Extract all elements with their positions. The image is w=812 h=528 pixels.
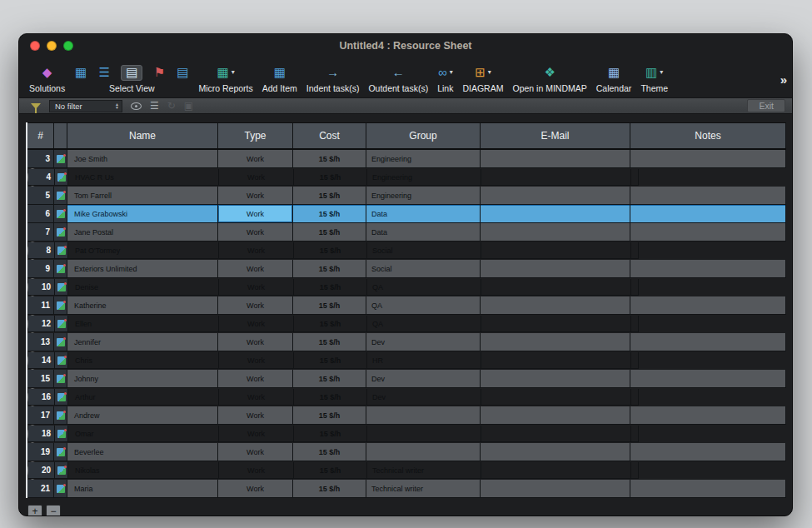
cell-notes[interactable] (630, 187, 786, 205)
cell-email[interactable] (481, 406, 630, 425)
row-icon-cell[interactable] (55, 242, 68, 259)
cell-group[interactable] (366, 443, 481, 461)
cell-cost[interactable]: 15 $/h (293, 205, 366, 223)
cell-type[interactable]: Work (219, 242, 294, 259)
cell-notes[interactable] (630, 443, 786, 461)
row-icon-cell[interactable] (54, 443, 67, 461)
copy-icon[interactable]: ▣ (184, 101, 193, 111)
row-number[interactable]: 4 (28, 169, 55, 186)
cell-cost[interactable]: 15 $/h (293, 333, 366, 351)
row-number[interactable]: 13 (27, 333, 54, 351)
cell-name[interactable]: Denise (68, 279, 219, 296)
table-row[interactable]: 4HVAC R UsWork15 $/hEngineering (27, 168, 37, 187)
cell-name[interactable]: Jennifer (67, 333, 218, 351)
cell-type[interactable]: Work (219, 279, 294, 296)
toolbar-overflow-button[interactable]: » (780, 72, 785, 87)
table-row[interactable]: 6Mike GrabowskiWork15 $/hData (27, 205, 786, 223)
close-button[interactable] (30, 41, 40, 51)
cell-type[interactable]: Work (218, 150, 293, 168)
cell-notes[interactable] (631, 316, 639, 332)
cell-group[interactable]: Social (366, 260, 481, 278)
cell-cost[interactable]: 15 $/h (294, 242, 367, 259)
outline-view-icon[interactable]: ☰ (97, 65, 111, 81)
toolbar-section-micro-reports[interactable]: ▦▾Micro Reports (198, 64, 252, 93)
table-row[interactable]: 16ArthurWork15 $/hDev (27, 388, 37, 406)
cell-type[interactable]: Work (218, 187, 293, 205)
cell-cost[interactable]: 15 $/h (294, 279, 367, 296)
refresh-icon[interactable]: ↻ (167, 101, 176, 111)
cell-name[interactable]: Omar (68, 426, 219, 442)
cell-email[interactable] (481, 260, 630, 278)
table-row[interactable]: 14ChrisWork15 $/hHR (27, 351, 37, 370)
cell-group[interactable]: Dev (367, 389, 481, 406)
cell-email[interactable] (481, 333, 630, 351)
cell-name[interactable]: Jane Postal (67, 223, 218, 242)
row-icon-cell[interactable] (55, 352, 68, 369)
cell-cost[interactable]: 15 $/h (294, 352, 367, 369)
remove-row-button[interactable]: − (46, 505, 61, 516)
header-type[interactable]: Type (218, 123, 293, 148)
toolbar-section-calendar[interactable]: ▦Calendar (596, 64, 632, 93)
cell-notes[interactable] (630, 480, 786, 498)
row-icon-cell[interactable] (55, 426, 68, 442)
cell-notes[interactable] (630, 223, 786, 242)
cell-notes[interactable] (631, 389, 639, 406)
row-icon-cell[interactable] (55, 389, 68, 406)
cell-notes[interactable] (631, 279, 639, 296)
cell-cost[interactable]: 15 $/h (294, 169, 367, 186)
cell-notes[interactable] (631, 169, 639, 186)
toolbar-section-diagram[interactable]: ⊞▾DIAGRAM (462, 64, 503, 93)
cell-group[interactable]: Engineering (366, 187, 481, 205)
cell-cost[interactable]: 15 $/h (293, 223, 366, 242)
cell-email[interactable] (481, 462, 631, 479)
exit-button[interactable]: Exit (747, 99, 785, 112)
cell-email[interactable] (481, 187, 630, 205)
cell-type[interactable]: Work (218, 480, 293, 498)
row-icon-cell[interactable] (54, 150, 67, 168)
row-icon-cell[interactable] (54, 223, 67, 242)
cell-name[interactable]: Johnny (67, 370, 218, 388)
cell-notes[interactable] (630, 296, 786, 315)
cell-group[interactable]: HR (367, 352, 481, 369)
row-number[interactable]: 10 (28, 279, 55, 296)
zoom-button[interactable] (63, 41, 73, 51)
add-item-icon[interactable]: ▦ (273, 65, 286, 81)
cell-name[interactable]: Nikolas (68, 462, 219, 479)
cell-group[interactable]: Technical writer (367, 462, 481, 479)
cell-email[interactable] (481, 296, 630, 315)
row-icon-cell[interactable] (54, 260, 67, 278)
cell-cost[interactable]: 15 $/h (293, 480, 366, 498)
cell-cost[interactable]: 15 $/h (293, 296, 366, 315)
row-number[interactable]: 8 (28, 242, 55, 259)
cell-type[interactable]: Work (218, 260, 293, 278)
cell-email[interactable] (481, 426, 631, 442)
table-row[interactable]: 8Pat O'TormeyWork15 $/hSocial (27, 242, 37, 260)
row-icon-cell[interactable] (54, 296, 67, 315)
outdent-icon[interactable]: ← (391, 65, 405, 81)
table-row[interactable]: 17AndrewWork15 $/h (27, 406, 786, 425)
cell-type[interactable]: Work (219, 316, 294, 332)
toolbar-section-outdent-task-s[interactable]: ←Outdent task(s) (368, 64, 428, 93)
cell-notes[interactable] (630, 333, 786, 351)
add-row-button[interactable]: + (27, 505, 42, 516)
row-number[interactable]: 15 (27, 370, 54, 388)
theme-icon[interactable]: ▥▾ (645, 65, 663, 81)
cell-email[interactable] (481, 150, 630, 168)
cell-cost[interactable]: 15 $/h (294, 389, 367, 406)
resource-sheet-view-icon[interactable]: ▤ (121, 65, 142, 81)
table-row[interactable]: 12EllenWork15 $/hQA (27, 315, 37, 333)
row-icon-cell[interactable] (55, 169, 68, 186)
toolbar-section-select-view[interactable]: ▦☰▤⚑▤Select View (74, 64, 189, 93)
cell-type[interactable]: Work (219, 352, 294, 369)
row-icon-cell[interactable] (55, 279, 68, 296)
row-number[interactable]: 18 (28, 426, 55, 442)
header-num[interactable]: # (27, 123, 54, 148)
cell-group[interactable]: Engineering (366, 150, 481, 168)
cell-email[interactable] (481, 205, 630, 223)
row-number[interactable]: 16 (28, 389, 55, 406)
toolbar-section-open-in-mindmap[interactable]: ❖Open in MINDMAP (512, 64, 586, 93)
table-row[interactable]: 20NikolasWork15 $/hTechnical writer (27, 461, 37, 480)
cell-group[interactable]: Data (366, 205, 481, 223)
cell-group[interactable]: QA (366, 296, 481, 315)
cell-cost[interactable]: 15 $/h (294, 462, 367, 479)
